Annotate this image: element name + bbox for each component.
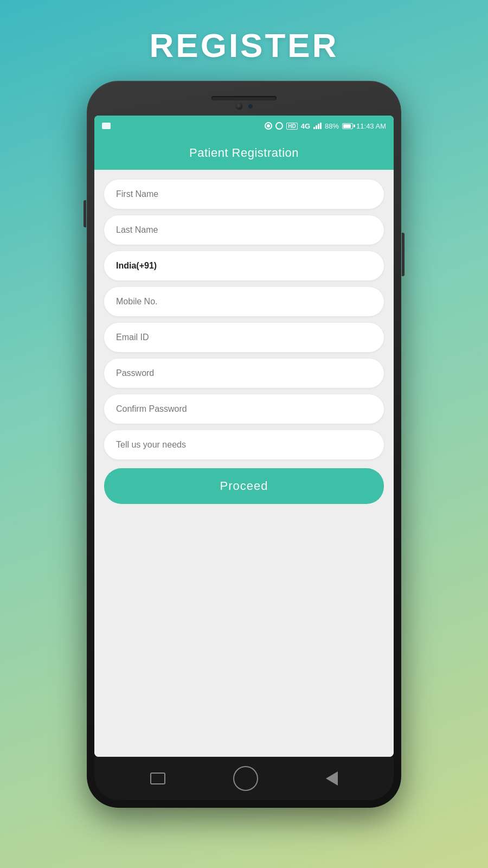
- email-input[interactable]: [104, 323, 384, 352]
- signal-bars: [313, 123, 322, 129]
- app-header-title: Patient Registration: [189, 146, 299, 159]
- time-display: 11:43 AM: [356, 122, 386, 130]
- status-right: HD 4G 88% 11:43 AM: [265, 122, 386, 130]
- hd-badge: HD: [286, 123, 297, 130]
- wifi-icon: [265, 122, 272, 130]
- password-input[interactable]: [104, 359, 384, 388]
- status-left: [102, 123, 111, 129]
- first-name-input[interactable]: [104, 180, 384, 209]
- back-button[interactable]: [326, 771, 338, 786]
- page-title: REGISTER: [150, 26, 339, 65]
- status-bar: HD 4G 88% 11:43 AM: [94, 116, 394, 136]
- last-name-input[interactable]: [104, 215, 384, 245]
- mobile-no-input[interactable]: [104, 287, 384, 316]
- phone-screen: HD 4G 88% 11:43 AM Patient Regis: [94, 116, 394, 757]
- alarm-icon: [275, 122, 283, 130]
- front-camera: [235, 103, 243, 110]
- country-code-input[interactable]: [104, 251, 384, 280]
- registration-form: Proceed: [94, 170, 394, 757]
- camera-row: [235, 103, 253, 110]
- proximity-sensor: [248, 104, 253, 108]
- app-header: Patient Registration: [94, 136, 394, 170]
- power-button: [402, 233, 404, 276]
- tell-us-needs-input[interactable]: [104, 430, 384, 459]
- home-button[interactable]: [233, 766, 258, 791]
- phone-device: HD 4G 88% 11:43 AM Patient Regis: [87, 81, 401, 808]
- recent-apps-button[interactable]: [150, 773, 165, 784]
- proceed-button[interactable]: Proceed: [104, 468, 384, 504]
- volume-button: [84, 200, 86, 227]
- battery-percent: 88%: [325, 122, 339, 130]
- phone-bottom-nav: [94, 757, 394, 800]
- phone-speaker: [211, 96, 277, 100]
- notification-icon: [102, 123, 111, 129]
- network-badge: 4G: [301, 122, 310, 130]
- battery-icon: [342, 123, 353, 129]
- confirm-password-input[interactable]: [104, 394, 384, 424]
